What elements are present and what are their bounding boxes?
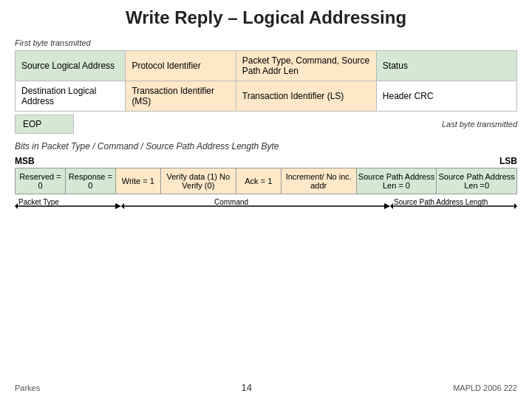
status-cell: Status — [376, 51, 516, 81]
arrows-container: Packet Type Command Source Path Address … — [15, 197, 517, 215]
bits-table: Reserved = 0 Response = 0 Write = 1 Veri… — [15, 168, 517, 194]
bits-label: Bits in Packet Type / Command / Source P… — [15, 141, 517, 151]
increment-cell: Increment/ No inc. addr — [281, 168, 356, 194]
protocol-identifier-cell: Protocol Identifier — [126, 51, 236, 81]
response-cell: Response = 0 — [65, 168, 115, 194]
footer-center: 14 — [241, 382, 251, 393]
destination-logical-address-cell: Destination Logical Address — [16, 81, 126, 112]
header-crc-cell: Header CRC — [376, 81, 516, 112]
msb-label: MSB — [15, 156, 35, 166]
svg-marker-10 — [390, 203, 393, 209]
ack-cell: Ack = 1 — [236, 168, 281, 194]
svg-marker-9 — [514, 203, 517, 209]
svg-text:Source Path Address Length: Source Path Address Length — [394, 198, 488, 206]
addressing-table: Source Logical Address Protocol Identifi… — [15, 50, 517, 112]
transaction-ls-cell: Transaction Identifier (LS) — [236, 81, 376, 112]
svg-marker-6 — [121, 203, 124, 209]
source-logical-address-cell: Source Logical Address — [16, 51, 126, 81]
write-cell: Write = 1 — [115, 168, 160, 194]
footer: Parkes 14 MAPLD 2006 222 — [15, 382, 517, 393]
page-title: Write Reply – Logical Addressing — [15, 7, 517, 28]
arrows-svg: Packet Type Command Source Path Address … — [15, 197, 517, 215]
packet-type-cell: Packet Type, Command, Source Path Addr L… — [236, 51, 376, 81]
transaction-ms-cell: Transaction Identifier (MS) — [126, 81, 236, 112]
first-byte-label: First byte transmitted — [15, 38, 517, 47]
last-byte-label: Last byte transmitted — [442, 120, 517, 129]
msb-lsb-row: MSB LSB — [15, 156, 517, 166]
footer-left: Parkes — [15, 383, 40, 392]
svg-marker-1 — [115, 203, 121, 209]
eop-cell: EOP — [15, 115, 74, 134]
lsb-label: LSB — [499, 156, 517, 166]
svg-marker-5 — [384, 203, 390, 209]
eop-row: EOP Last byte transmitted — [15, 115, 517, 134]
src-path-len0-cell: Source Path Address Len = 0 — [356, 168, 437, 194]
svg-text:Command: Command — [214, 198, 248, 206]
verify-cell: Verify data (1) No Verify (0) — [160, 168, 236, 194]
footer-right: MAPLD 2006 222 — [453, 383, 517, 392]
src-path-len1-cell: Source Path Address Len =0 — [437, 168, 517, 194]
reserved-cell: Reserved = 0 — [16, 168, 66, 194]
svg-text:Packet Type: Packet Type — [18, 198, 59, 206]
svg-marker-2 — [15, 203, 18, 209]
